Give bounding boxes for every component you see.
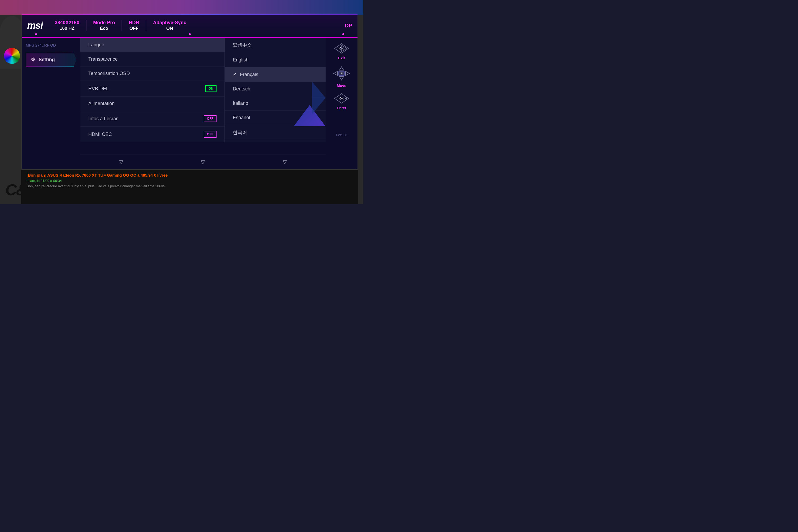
stat-sync-value: Adaptive-Sync bbox=[153, 20, 186, 26]
lang-en-label: English bbox=[233, 57, 248, 63]
stat-hdr: HDR OFF bbox=[122, 20, 146, 31]
lang-fr-label: Français bbox=[240, 72, 258, 77]
news-author: miam, le 21/09 à 06:34 bbox=[26, 179, 353, 183]
lang-item-zh[interactable]: 繁體中文 bbox=[225, 38, 326, 53]
checkmark-icon: ✓ bbox=[233, 72, 237, 77]
svg-text:OK: OK bbox=[339, 97, 344, 100]
stat-sync-sub: ON bbox=[166, 26, 173, 31]
enter-button-icon[interactable]: OK bbox=[334, 93, 349, 104]
deco-right-triangle bbox=[312, 82, 326, 114]
arrow-left: ▽ bbox=[119, 159, 123, 165]
inner-content: MPG 274URF QD ⚙ Setting Langue Transpare… bbox=[22, 38, 358, 142]
stat-resolution-sub: 160 HZ bbox=[60, 26, 75, 31]
menu-item-langue-label: Langue bbox=[88, 42, 104, 48]
exit-label: Exit bbox=[338, 56, 345, 60]
menu-item-rvb-label: RVB DEL bbox=[88, 86, 109, 92]
stat-resolution-value: 3840X2160 bbox=[55, 20, 79, 26]
setting-label: Setting bbox=[39, 57, 55, 62]
top-strip bbox=[0, 0, 363, 15]
menu-item-langue[interactable]: Langue bbox=[80, 38, 225, 52]
menu-item-infos[interactable]: Infos à l´écran OFF bbox=[80, 111, 225, 127]
move-button-icon[interactable]: OK bbox=[332, 65, 351, 81]
setting-tab[interactable]: ⚙ Setting bbox=[26, 53, 76, 66]
menu-item-transparence-label: Transparence bbox=[88, 56, 118, 62]
rvb-toggle[interactable]: ON bbox=[205, 85, 216, 92]
header-bar: msi 3840X2160 160 HZ Mode Pro Éco HDR OF… bbox=[22, 14, 358, 38]
bottom-arrows-bar: ▽ ▽ ▽ bbox=[80, 155, 326, 169]
h-dot-2 bbox=[189, 33, 191, 35]
menu-item-infos-label: Infos à l´écran bbox=[88, 116, 119, 121]
menu-item-hdmi[interactable]: HDMI CEC OFF bbox=[80, 127, 225, 142]
news-bar: [Bon plan] ASUS Radeon RX 7800 XT TUF Ga… bbox=[21, 170, 358, 204]
lang-item-en[interactable]: English bbox=[225, 53, 326, 67]
infos-toggle[interactable]: OFF bbox=[204, 115, 216, 122]
arrow-center: ▽ bbox=[201, 159, 205, 165]
stat-resolution: 3840X2160 160 HZ bbox=[48, 20, 87, 31]
svg-marker-11 bbox=[345, 97, 347, 100]
gear-icon: ⚙ bbox=[31, 56, 35, 63]
lang-item-fr[interactable]: ✓ Français bbox=[225, 67, 326, 82]
enter-label: Enter bbox=[337, 106, 346, 110]
news-title: [Bon plan] ASUS Radeon RX 7800 XT TUF Ga… bbox=[26, 173, 353, 177]
hdmi-toggle[interactable]: OFF bbox=[204, 131, 216, 138]
move-label: Move bbox=[337, 83, 346, 88]
menu-item-temporisation-label: Temporisation OSD bbox=[88, 71, 130, 76]
menu-item-transparence[interactable]: Transparence bbox=[80, 52, 225, 66]
menu-item-hdmi-label: HDMI CEC bbox=[88, 132, 112, 137]
header-stats: 3840X2160 160 HZ Mode Pro Éco HDR OFF Ad… bbox=[48, 20, 339, 31]
h-dot-1 bbox=[35, 33, 37, 35]
left-sidebar: MPG 274URF QD ⚙ Setting bbox=[22, 38, 80, 142]
h-dot-3 bbox=[342, 33, 344, 35]
stat-mode-sub: Éco bbox=[100, 26, 108, 31]
svg-marker-6 bbox=[339, 77, 344, 80]
model-name: MPG 274URF QD bbox=[26, 43, 76, 48]
msi-logo: msi bbox=[27, 20, 43, 31]
fw-label: FW:008 bbox=[336, 133, 347, 137]
rgb-decoration bbox=[4, 48, 20, 64]
svg-marker-5 bbox=[339, 67, 344, 70]
arrow-right: ▽ bbox=[283, 159, 287, 165]
language-panel: 繁體中文 English ✓ Français Deutsch Italiano… bbox=[225, 38, 326, 142]
stat-hdr-sub: OFF bbox=[130, 26, 138, 31]
enter-control: OK Enter bbox=[334, 93, 349, 110]
lang-de-label: Deutsch bbox=[233, 86, 250, 92]
lang-it-label: Italiano bbox=[233, 100, 248, 106]
menu-item-rvb[interactable]: RVB DEL ON bbox=[80, 81, 225, 97]
svg-marker-4 bbox=[345, 71, 349, 76]
move-control: OK Move bbox=[332, 65, 351, 88]
stat-mode: Mode Pro Éco bbox=[87, 20, 122, 31]
center-menu: Langue Transparence Temporisation OSD RV… bbox=[80, 38, 225, 142]
port-label: DP bbox=[339, 23, 352, 29]
stat-hdr-value: HDR bbox=[129, 20, 139, 26]
controls-panel: OK Exit OK bbox=[326, 38, 358, 142]
lang-es-label: Español bbox=[233, 115, 250, 120]
exit-control: OK Exit bbox=[334, 43, 349, 60]
lang-zh-label: 繁體中文 bbox=[233, 42, 252, 49]
lang-ko-label: 한국어 bbox=[233, 129, 247, 136]
header-dots bbox=[22, 33, 358, 35]
stat-sync: Adaptive-Sync ON bbox=[146, 20, 193, 31]
menu-item-alimentation-label: Alimentation bbox=[88, 101, 115, 107]
lang-item-ko[interactable]: 한국어 bbox=[225, 125, 326, 140]
menu-item-temporisation[interactable]: Temporisation OSD bbox=[80, 66, 225, 81]
svg-marker-3 bbox=[334, 71, 338, 76]
exit-button-icon[interactable]: OK bbox=[334, 43, 349, 54]
menu-item-alimentation[interactable]: Alimentation bbox=[80, 97, 225, 111]
stat-mode-value: Mode Pro bbox=[93, 20, 115, 26]
news-preview: Bon, ben j'ai craqué avant qu'il n'y en … bbox=[26, 184, 353, 188]
svg-text:OK: OK bbox=[340, 72, 344, 75]
lang-item-de[interactable]: Deutsch bbox=[225, 82, 326, 96]
monitor-frame: msi 3840X2160 160 HZ Mode Pro Éco HDR OF… bbox=[21, 13, 358, 170]
